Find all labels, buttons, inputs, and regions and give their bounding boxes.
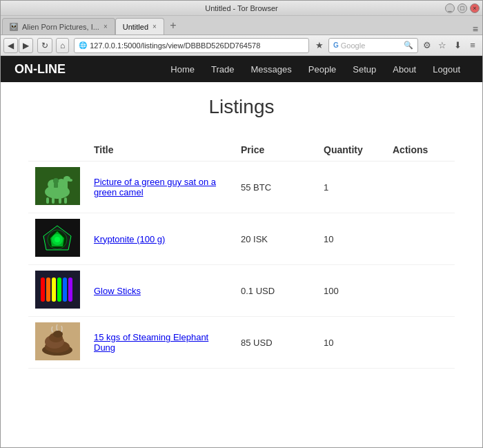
title-bar: Untitled - Tor Browser _ □ ×: [1, 1, 482, 16]
nav-item-messages[interactable]: Messages: [243, 56, 300, 82]
close-button[interactable]: ×: [470, 3, 480, 13]
window-controls: _ □ ×: [445, 3, 480, 13]
reload-button[interactable]: ↻: [37, 38, 52, 53]
maximize-button[interactable]: □: [457, 3, 467, 13]
browser-tab-2[interactable]: Untitled ×: [115, 18, 164, 35]
tab-2-close[interactable]: ×: [152, 23, 157, 30]
table-row: Picture of a green guy sat on a green ca…: [28, 162, 455, 213]
table-row: 15 kgs of Steaming Elephant Dung 85 USD …: [28, 317, 455, 369]
menu-icon[interactable]: ≡: [466, 39, 480, 52]
svg-rect-8: [59, 197, 61, 204]
svg-rect-27: [41, 277, 45, 302]
svg-point-18: [55, 237, 60, 242]
minimize-button[interactable]: _: [445, 3, 455, 13]
listing-3-quantity: 100: [317, 265, 386, 317]
listing-4-link[interactable]: 15 kgs of Steaming Elephant Dung: [94, 332, 208, 353]
app-nav: ON-LINE Home Trade Messages People Setup…: [1, 56, 482, 82]
listing-2-price: 20 ISK: [234, 213, 317, 265]
nav-item-people[interactable]: People: [300, 56, 344, 82]
svg-rect-4: [64, 181, 68, 191]
listing-4-actions: [386, 317, 455, 369]
nav-item-about[interactable]: About: [384, 56, 424, 82]
svg-point-11: [53, 178, 59, 184]
forward-button[interactable]: ▶: [19, 38, 33, 53]
svg-point-10: [68, 179, 72, 182]
browser-frame: Untitled - Tor Browser _ □ × 👽 Alien Por…: [0, 0, 483, 448]
listing-4-price: 85 USD: [234, 317, 317, 369]
listing-1-link[interactable]: Picture of a green guy sat on a green ca…: [94, 177, 216, 197]
svg-rect-12: [54, 183, 58, 188]
col-title-header: Title: [87, 139, 234, 162]
reload-icon: ↻: [41, 41, 48, 50]
table-header: Title Price Quantity Actions: [28, 139, 455, 162]
svg-rect-9: [64, 197, 67, 204]
listing-2-thumb-cell: [28, 213, 87, 265]
app-brand: ON-LINE: [14, 62, 66, 77]
listing-2-quantity: 10: [317, 213, 386, 265]
forward-icon: ▶: [23, 41, 29, 50]
listing-1-title-cell: Picture of a green guy sat on a green ca…: [87, 162, 234, 213]
svg-rect-32: [68, 277, 72, 302]
search-bar[interactable]: G Google 🔍: [328, 38, 418, 53]
bookmark-star-button[interactable]: ★: [313, 39, 326, 52]
home-icon: ⌂: [60, 41, 65, 50]
listing-1-quantity: 1: [317, 162, 386, 213]
listing-4-title-cell: 15 kgs of Steaming Elephant Dung: [87, 317, 234, 369]
url-bar[interactable]: 🌐 127.0.0.1:5000/listings/view/DBBBD526D…: [74, 38, 309, 53]
listing-3-actions: [386, 265, 455, 317]
listing-2-link[interactable]: Kryptonite (100 g): [94, 234, 165, 244]
listing-1-actions: [386, 162, 455, 213]
browser-toolbar-icons: ⚙ ☆ ⬇ ≡: [420, 39, 480, 52]
svg-rect-30: [57, 277, 61, 302]
tab-1-close[interactable]: ×: [103, 23, 108, 30]
back-icon: ◀: [8, 41, 14, 50]
app-nav-items: Home Trade Messages People Setup About L…: [162, 56, 469, 82]
listing-3-thumbnail: [35, 271, 80, 309]
search-engine-icon: G: [333, 41, 339, 49]
listing-1-thumbnail: [35, 167, 80, 205]
page-content: ON-LINE Home Trade Messages People Setup…: [1, 56, 482, 447]
nav-bar: ◀ ▶ ↻ ⌂ 🌐 127.0.0.1:5000/listings/view/D…: [1, 35, 482, 56]
listing-4-quantity: 10: [317, 317, 386, 369]
search-placeholder: Google: [341, 41, 365, 50]
svg-rect-6: [46, 197, 49, 204]
home-browser-button[interactable]: ⌂: [56, 38, 69, 53]
svg-rect-29: [52, 277, 56, 302]
nav-item-home[interactable]: Home: [162, 56, 203, 82]
table-row: Kryptonite (100 g) 20 ISK 10: [28, 213, 455, 265]
url-text: 127.0.0.1:5000/listings/view/DBBBD526DD7…: [90, 41, 260, 50]
browser-tab-1[interactable]: 👽 Alien Porn Pictures, I... ×: [2, 18, 115, 35]
downloads-icon[interactable]: ⬇: [451, 39, 464, 52]
listing-3-link[interactable]: Glow Sticks: [94, 286, 141, 296]
tab-1-label: Alien Porn Pictures, I...: [22, 23, 99, 31]
col-actions-header: Actions: [386, 139, 455, 162]
search-submit-icon[interactable]: 🔍: [404, 41, 413, 50]
bookmarks-icon[interactable]: ☆: [435, 39, 449, 52]
window-title: Untitled - Tor Browser: [1, 4, 482, 12]
svg-rect-31: [63, 277, 67, 302]
tab-bar-menu-icon[interactable]: ≡: [473, 23, 478, 35]
nav-item-trade[interactable]: Trade: [203, 56, 242, 82]
svg-rect-7: [52, 197, 55, 204]
listing-3-price: 0.1 USD: [234, 265, 317, 317]
listing-4-thumbnail: [35, 322, 80, 360]
listings-table: Title Price Quantity Actions: [28, 139, 455, 369]
back-button[interactable]: ◀: [3, 38, 18, 53]
url-lock-icon: 🌐: [79, 41, 87, 49]
listing-2-actions: [386, 213, 455, 265]
listing-1-thumb-cell: [28, 162, 87, 213]
tools-icon[interactable]: ⚙: [420, 39, 434, 52]
listing-3-title-cell: Glow Sticks: [87, 265, 234, 317]
listing-3-thumb-cell: [28, 265, 87, 317]
col-price-header: Price: [234, 139, 317, 162]
new-tab-button[interactable]: +: [166, 18, 181, 33]
listing-2-thumbnail: [35, 219, 80, 257]
listing-4-thumb-cell: [28, 317, 87, 369]
nav-item-logout[interactable]: Logout: [424, 56, 469, 82]
listings-page: Listings Title Price Quantity Actions: [1, 82, 482, 382]
nav-item-setup[interactable]: Setup: [344, 56, 384, 82]
listing-1-price: 55 BTC: [234, 162, 317, 213]
page-title: Listings: [28, 96, 455, 118]
table-body: Picture of a green guy sat on a green ca…: [28, 162, 455, 369]
tab-2-label: Untitled: [123, 23, 148, 31]
